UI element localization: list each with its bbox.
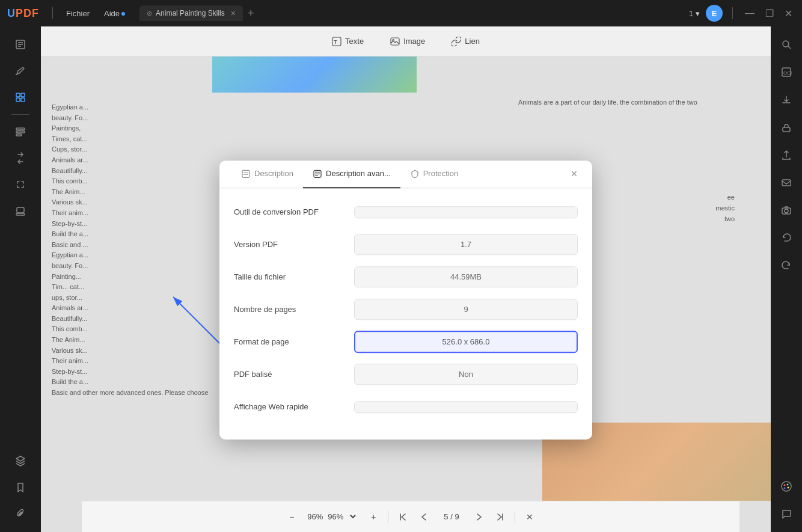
toolbar-image-label: Image: [403, 37, 425, 46]
nav-last-btn[interactable]: [491, 507, 510, 527]
right-icon-undo[interactable]: [774, 226, 798, 250]
right-icon-palette[interactable]: [774, 474, 798, 498]
separator: [732, 7, 733, 19]
pdf-line: The Anim...: [52, 187, 240, 198]
pdf-line: Their anim...: [52, 356, 240, 367]
dialog-close-btn[interactable]: ×: [566, 165, 583, 182]
prop-label-2: Taille du fichier: [234, 272, 354, 281]
pdf-line: Beautifully...: [52, 314, 240, 325]
svg-rect-17: [783, 127, 790, 132]
pdf-line: Build the a...: [52, 377, 240, 388]
right-icon-share[interactable]: [774, 143, 798, 167]
prop-label-6: Affichage Web rapide: [234, 402, 354, 411]
bottom-close-btn[interactable]: ✕: [520, 507, 539, 527]
dialog-tabs: Description Description avan... Protecti…: [219, 161, 592, 188]
right-icon-mail[interactable]: [774, 171, 798, 195]
right-sidebar: OCR: [771, 26, 802, 532]
svg-rect-6: [16, 98, 20, 102]
sidebar-icon-convert[interactable]: [8, 146, 32, 170]
zoom-in-btn[interactable]: +: [364, 507, 383, 527]
image-icon: [390, 37, 400, 46]
new-tab-button[interactable]: +: [248, 7, 254, 20]
tab-animal-painting[interactable]: ⊘ Animal Painting Skills ×: [139, 5, 243, 21]
pdf-line-right: [518, 108, 735, 119]
sidebar-icon-organize[interactable]: [8, 120, 32, 144]
sidebar-icon-bookmark[interactable]: [8, 475, 32, 500]
pdf-line: Cups, stor...: [52, 144, 240, 155]
tab-close-btn[interactable]: ×: [231, 8, 236, 18]
prop-row-4: Format de page 526.0 x 686.0: [234, 330, 578, 354]
pdf-line: Egyptian a...: [52, 102, 240, 113]
zoom-select[interactable]: 96% 100% 125% 150%: [325, 512, 358, 522]
current-page: 5: [444, 512, 448, 521]
svg-rect-11: [17, 207, 24, 213]
prop-value-5: Non: [354, 364, 578, 385]
sidebar-icon-layers[interactable]: [8, 449, 32, 473]
window-restore[interactable]: ❐: [763, 8, 776, 19]
pdf-line: Various sk...: [52, 197, 240, 208]
nav-last-icon: [496, 513, 504, 521]
pdf-line-right: [518, 129, 735, 140]
dialog-tab-description[interactable]: Description: [231, 161, 303, 188]
svg-text:OCR: OCR: [783, 70, 792, 76]
svg-point-25: [788, 487, 789, 489]
nav-first-icon: [399, 513, 407, 521]
pdf-line: Animals ar...: [52, 155, 240, 166]
nav-next-btn[interactable]: [469, 507, 488, 527]
right-icon-search[interactable]: [774, 32, 798, 57]
pdf-line: This comb...: [52, 324, 240, 335]
description-adv-icon: [313, 169, 322, 179]
dialog-tab-protection[interactable]: Protection: [400, 161, 468, 188]
right-icon-ocr[interactable]: OCR: [774, 60, 798, 84]
sidebar-icon-stamp[interactable]: [8, 199, 32, 223]
svg-point-24: [784, 488, 786, 489]
prop-value-2: 44.59MB: [354, 266, 578, 287]
right-icon-chat[interactable]: [774, 502, 798, 526]
properties-dialog[interactable]: Description Description avan... Protecti…: [219, 161, 592, 439]
svg-rect-8: [16, 128, 25, 130]
pdf-line: Tim... cat...: [52, 282, 240, 293]
prop-row-5: PDF balisé Non: [234, 362, 578, 387]
page-number-selector[interactable]: 1 ▾: [689, 9, 700, 18]
right-icon-lock[interactable]: [774, 115, 798, 139]
right-icon-camera[interactable]: [774, 198, 798, 222]
nav-prev-btn[interactable]: [415, 507, 434, 527]
pdf-line: Animals ar...: [52, 303, 240, 314]
prop-value-1: 1.7: [354, 234, 578, 255]
toolbar-text-btn[interactable]: T Texte: [325, 33, 371, 50]
text-icon: T: [332, 37, 341, 46]
right-icon-import[interactable]: [774, 88, 798, 112]
zoom-out-btn[interactable]: −: [282, 507, 301, 527]
toolbar-link-label: Lien: [465, 37, 480, 46]
menu-fichier[interactable]: Fichier: [61, 7, 94, 20]
dialog-tab-description-adv[interactable]: Description avan...: [303, 161, 400, 188]
pdf-line-right: [518, 150, 735, 161]
pdf-line: Step-by-st...: [52, 219, 240, 230]
nav-prev-icon: [420, 513, 429, 521]
right-icon-redo[interactable]: [774, 254, 798, 278]
separator: [388, 511, 388, 523]
user-avatar[interactable]: E: [706, 5, 723, 22]
prop-row-3: Nombre de pages 9: [234, 298, 578, 322]
sidebar-icon-paperclip[interactable]: [8, 502, 32, 526]
nav-next-icon: [474, 513, 483, 521]
prop-label-0: Outil de conversion PDF: [234, 207, 354, 216]
pdf-line-right: Animals are a part of our daily life, th…: [518, 97, 735, 108]
prop-row-1: Version PDF 1.7: [234, 233, 578, 257]
pdf-line-right: [518, 139, 735, 150]
menu-aide[interactable]: Aide: [99, 7, 130, 20]
svg-rect-5: [21, 93, 25, 97]
toolbar-link-btn[interactable]: Lien: [444, 33, 487, 50]
sidebar-icon-edit[interactable]: [8, 32, 32, 57]
svg-text:T: T: [334, 39, 337, 45]
toolbar-image-btn[interactable]: Image: [383, 33, 432, 50]
sidebar-icon-compress[interactable]: [8, 173, 32, 197]
dialog-body: Outil de conversion PDF Version PDF 1.7 …: [219, 188, 592, 439]
sidebar-icon-annotate[interactable]: [8, 59, 32, 83]
nav-first-btn[interactable]: [393, 507, 412, 527]
total-pages: 9: [455, 512, 459, 521]
prop-row-6: Affichage Web rapide: [234, 395, 578, 419]
sidebar-icon-layout[interactable]: [8, 85, 32, 109]
window-minimize[interactable]: —: [742, 8, 757, 19]
window-close[interactable]: ✕: [782, 8, 795, 19]
